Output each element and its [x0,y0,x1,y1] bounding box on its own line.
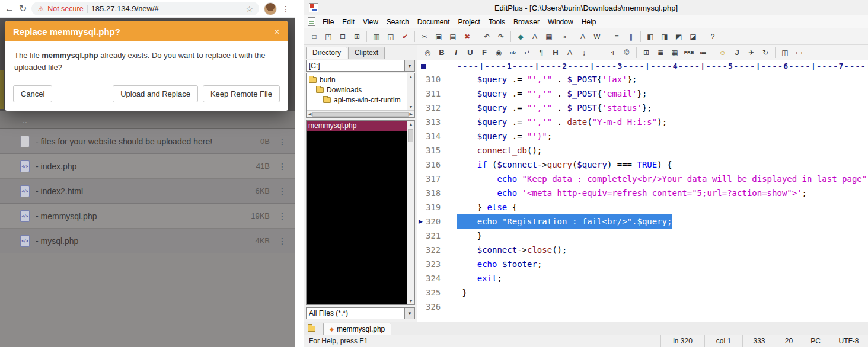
italic-icon[interactable]: I [449,46,462,59]
row-menu-icon[interactable]: ⋮ [278,236,286,246]
horizontal-rule-icon[interactable]: — [592,46,605,59]
tab-directory[interactable]: Directory [306,47,347,59]
split-bottom-icon[interactable]: ◪ [687,30,700,43]
find-icon[interactable]: A [528,30,541,43]
dialog-close-icon[interactable]: × [274,27,280,37]
menu-window[interactable]: Window [544,18,577,26]
scroll-up-icon[interactable]: ▲ [409,122,413,126]
save-icon[interactable]: ⊟ [336,30,349,43]
file-row[interactable]: </>- index2.html6KB⋮ [0,179,295,204]
split-left-icon[interactable]: ◧ [644,30,657,43]
cancel-button[interactable]: Cancel [13,85,52,102]
tree-horizontal-scrollbar[interactable]: ◀▶ [307,110,414,117]
word-wrap-icon[interactable]: W [591,30,604,43]
filelist-vertical-scrollbar[interactable]: ▲▼ [407,121,414,304]
table-cell-icon[interactable]: ▦ [668,46,681,59]
font-icon[interactable]: F [478,46,491,59]
line-numbers-icon[interactable]: ≡ [610,30,623,43]
smiley-icon[interactable]: ☺ [716,46,729,59]
code-line[interactable]: 321 } [417,229,868,243]
text-tool-icon[interactable]: A [576,30,589,43]
row-menu-icon[interactable]: ⋮ [278,137,286,146]
code-line[interactable]: 319 } else { [417,200,868,214]
view-in-browser-icon[interactable]: ◎ [421,46,434,59]
split-window-icon[interactable]: ◫ [778,46,792,59]
column-marker-icon[interactable]: ∥ [624,30,637,43]
scroll-thumb[interactable] [312,112,408,117]
anchor-icon[interactable]: ↨ [577,46,591,59]
code-line[interactable]: 311 $query .= "','" . $_POST{'email'}; [417,86,868,101]
code-line[interactable]: 317 echo "Keep data : completely<br/>You… [417,172,868,186]
file-row[interactable]: </>- mysql.php4KB⋮ [0,229,295,253]
cut-icon[interactable]: ✂ [418,30,431,43]
special-character-icon[interactable]: © [620,46,633,59]
underline-icon[interactable]: U [464,46,477,59]
split-top-icon[interactable]: ◩ [672,30,685,43]
scroll-down-icon[interactable]: ▼ [409,105,413,109]
scroll-left-icon[interactable]: ◀ [308,112,311,117]
row-menu-icon[interactable]: ⋮ [278,162,286,171]
spell-check-icon[interactable]: ✔ [398,30,411,43]
file-row[interactable]: - files for your website should be uploa… [0,129,295,154]
print-preview-icon[interactable]: ◱ [384,30,397,43]
code-line[interactable]: 314 $query .= "')"; [417,129,868,143]
code-line[interactable]: 326 [417,300,868,314]
replace-icon[interactable]: ▦ [542,30,556,43]
bookmark-star-icon[interactable]: ☆ [245,4,253,14]
preformatted-icon[interactable]: PRE [682,46,695,59]
paragraph-icon[interactable]: ¶ [535,46,548,59]
save-all-icon[interactable]: ⊞ [350,30,363,43]
profile-avatar[interactable] [264,2,277,15]
menu-document[interactable]: Document [413,18,454,26]
selected-file-item[interactable]: memmysql.php [307,121,407,131]
file-filter-select[interactable]: All Files (*.*) ▼ [306,307,415,319]
upload-icon[interactable]: ✈ [745,46,758,59]
row-menu-icon[interactable]: ⋮ [278,187,286,196]
code-line[interactable]: 323 echo $footer; [417,257,868,271]
scroll-down-icon[interactable]: ▼ [409,299,413,303]
file-row[interactable]: </>- index.php41B⋮ [0,154,295,179]
upload-and-replace-button[interactable]: Upload and Replace [113,85,198,102]
scroll-right-icon[interactable]: ▶ [410,112,413,117]
find-in-files-icon[interactable]: ⇥ [557,30,570,43]
javascript-icon[interactable]: J [730,46,743,59]
table-row-icon[interactable]: ≣ [654,46,667,59]
toggle-marker-icon[interactable]: ◆ [514,30,527,43]
url-text[interactable]: 185.27.134.9/new/# [91,4,159,13]
code-line[interactable]: 325 } [417,285,868,300]
window-layout-icon[interactable]: ▭ [793,46,806,59]
row-menu-icon[interactable]: ⋮ [278,211,286,221]
copy-icon[interactable]: ▣ [432,30,445,43]
document-tab[interactable]: ◆ memmysql.php [323,323,391,335]
menu-view[interactable]: View [359,18,382,26]
code-line[interactable]: 322 $connect->close(); [417,243,868,257]
drive-dropdown-icon[interactable]: ▼ [404,60,414,71]
close-tag-icon[interactable]: ‹| [606,46,619,59]
folder-icon[interactable] [308,326,315,332]
refresh-icon[interactable]: ↻ [759,46,772,59]
undo-icon[interactable]: ↶ [480,30,493,43]
menu-tools[interactable]: Tools [484,18,509,26]
parent-directory-row[interactable]: .. [0,111,295,129]
split-right-icon[interactable]: ◨ [658,30,671,43]
code-line[interactable]: 313 $query .= "','" . date("Y-m-d H:i:s"… [417,115,868,129]
code-line[interactable]: 324 exit; [417,271,868,285]
nbsp-icon[interactable]: nb [506,46,519,59]
code-line[interactable]: 318 echo '<meta http-equiv=refresh conte… [417,186,868,200]
document-icon[interactable] [308,17,315,26]
back-icon[interactable]: ← [5,4,14,14]
tab-cliptext[interactable]: Cliptext [348,47,385,59]
print-icon[interactable]: ▥ [370,30,383,43]
bold-icon[interactable]: B [435,46,448,59]
browser-menu-icon[interactable]: ⋮ [282,4,290,14]
help-icon[interactable]: ? [706,30,719,43]
tree-vertical-scrollbar[interactable]: ▲▼ [407,73,414,110]
code-line[interactable]: 310 $query .= "','" . $_POST{'fax'}; [417,72,868,86]
anchor-text-icon[interactable]: A [563,46,576,59]
globe-icon[interactable]: ◉ [492,46,505,59]
delete-icon[interactable]: ✖ [461,30,474,43]
open-file-icon[interactable]: ◳ [322,30,335,43]
code-line[interactable]: ▶320 echo "Registration : fail<br/>".$qu… [417,214,868,229]
file-row[interactable]: </>- memmysql.php19KB⋮ [0,204,295,229]
menu-project[interactable]: Project [454,18,484,26]
